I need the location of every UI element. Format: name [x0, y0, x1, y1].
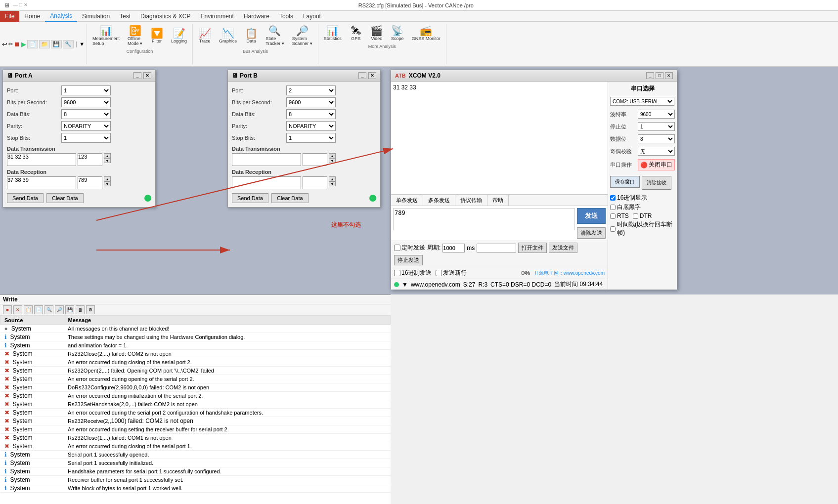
xcom-close[interactable]: ✕ — [665, 72, 673, 79]
xcom-dtr-label[interactable]: DTR — [633, 212, 652, 219]
port-a-reception-extra[interactable]: 789 — [78, 176, 102, 189]
tb-btn4[interactable]: 🔧 — [63, 40, 74, 48]
port-a-rx-up[interactable]: ▲ — [104, 176, 111, 181]
cut-icon[interactable]: ✂ — [8, 41, 13, 47]
xcom-hex-send-label[interactable]: 16进制发送 — [394, 269, 432, 277]
port-b-rx-down[interactable]: ▼ — [329, 181, 336, 186]
write-filter2-icon[interactable]: 🔎 — [55, 305, 64, 314]
port-a-stopbits-select[interactable]: 1 — [61, 133, 111, 143]
xcom-newline-label[interactable]: 发送新行 — [436, 269, 467, 277]
xcom-timed-send-label[interactable]: 定时发送 — [394, 244, 425, 252]
port-b-transmission-input[interactable] — [232, 153, 301, 166]
port-a-databits-select[interactable]: 8 — [61, 109, 111, 119]
gps-btn[interactable]: 🛰 GPS — [346, 24, 366, 43]
port-a-parity-select[interactable]: NOPARITY — [61, 121, 111, 131]
menu-tools[interactable]: Tools — [274, 11, 298, 22]
start-icon[interactable]: ▶ — [21, 41, 26, 48]
port-a-reception-input[interactable]: 37 38 39 — [7, 176, 76, 189]
xcom-send-file-btn[interactable]: 发送文件 — [549, 243, 577, 253]
port-b-reception-extra[interactable] — [303, 176, 327, 189]
xcom-timed-send-checkbox[interactable] — [394, 245, 400, 251]
xcom-tab-protocol[interactable]: 协议传输 — [455, 195, 487, 206]
write-export-icon[interactable]: 💾 — [65, 305, 74, 314]
gnss-monitor-btn[interactable]: 📻 GNSS Monitor — [408, 24, 444, 43]
xcom-restore[interactable]: □ — [656, 72, 663, 79]
undo-icon[interactable]: ↩ — [2, 41, 7, 48]
port-a-rx-down[interactable]: ▼ — [104, 181, 111, 186]
menu-analysis[interactable]: Analysis — [45, 11, 77, 22]
port-a-send-btn[interactable]: Send Data — [7, 193, 44, 203]
offline-mode-btn[interactable]: 📴 OfflineMode ▾ — [124, 24, 146, 48]
xcom-send-input[interactable]: 789 — [393, 208, 575, 230]
port-a-port-select[interactable]: 1 — [61, 85, 111, 95]
data-btn[interactable]: 📋 Data — [241, 26, 261, 45]
port-b-transmission-extra[interactable] — [303, 153, 327, 166]
port-b-databits-select[interactable]: 8 — [286, 109, 336, 119]
xcom-timestamp-checkbox[interactable] — [610, 226, 616, 232]
xcom-clear-send-btn[interactable]: 清除发送 — [577, 227, 606, 239]
statistics-btn[interactable]: 📊 Statistics — [320, 24, 345, 43]
port-a-titlebar[interactable]: 🖥 Port A _ ✕ — [3, 70, 155, 82]
xcom-period-input[interactable] — [442, 244, 465, 252]
xcom-send-btn[interactable]: 发送 — [577, 208, 606, 224]
xcom-open-file-btn[interactable]: 打开文件 — [518, 243, 547, 253]
port-b-reception-input[interactable] — [232, 176, 301, 189]
logging-btn[interactable]: 📝 Logging — [168, 26, 190, 45]
xcom-stop-select[interactable]: 1 — [638, 122, 675, 131]
menu-home[interactable]: Home — [19, 11, 45, 22]
xcom-minimize[interactable]: _ — [646, 72, 654, 79]
port-b-close[interactable]: ✕ — [368, 72, 376, 79]
system-scanner-btn[interactable]: 🔎 SystemScanner ▾ — [289, 24, 316, 48]
menu-hardware[interactable]: Hardware — [239, 11, 274, 22]
port-b-parity-select[interactable]: NOPARITY — [286, 121, 336, 131]
port-a-transmission-extra[interactable]: 123 — [78, 153, 102, 166]
write-settings-icon[interactable]: ⚙ — [86, 305, 95, 314]
port-b-rx-up[interactable]: ▲ — [329, 176, 336, 181]
menu-test[interactable]: Test — [115, 11, 135, 22]
xcom-hex-send-checkbox[interactable] — [394, 270, 400, 276]
port-b-send-btn[interactable]: Send Data — [232, 193, 268, 203]
tb-btn3[interactable]: 💾 — [51, 40, 62, 48]
menu-file[interactable]: File — [0, 11, 19, 22]
write-copy-icon[interactable]: 📋 — [24, 305, 33, 314]
measurement-setup-btn[interactable]: 📊 MeasurementSetup — [89, 24, 123, 48]
menu-layout[interactable]: Layout — [298, 11, 326, 22]
xcom-tab-multi[interactable]: 多条发送 — [423, 195, 455, 206]
xcom-hex-display-label[interactable]: 16进制显示 — [610, 194, 675, 202]
xcom-tab-single[interactable]: 单条发送 — [391, 195, 423, 206]
port-a-tx-down[interactable]: ▼ — [104, 158, 111, 163]
write-paste-icon[interactable]: 📄 — [34, 305, 43, 314]
port-b-tx-down[interactable]: ▼ — [329, 158, 336, 163]
port-b-bps-select[interactable]: 9600 — [286, 97, 336, 107]
xcom-white-bg-checkbox[interactable] — [610, 205, 616, 210]
port-b-minimize[interactable]: _ — [358, 72, 366, 79]
xcom-stop-send-btn[interactable]: 停止发送 — [394, 255, 423, 265]
menu-diagnostics[interactable]: Diagnostics & XCP — [135, 11, 195, 22]
filter-btn[interactable]: 🔽 Filter — [147, 26, 167, 45]
xcom-dtr-checkbox[interactable] — [633, 213, 638, 219]
xcom-rts-label[interactable]: RTS — [610, 212, 629, 219]
port-a-tx-up[interactable]: ▲ — [104, 153, 111, 158]
xcom-newline-checkbox[interactable] — [436, 270, 442, 276]
port-b-stopbits-select[interactable]: 1 — [286, 133, 336, 143]
write-filter1-icon[interactable]: 🔍 — [44, 305, 53, 314]
state-tracker-btn[interactable]: 🔍 StateTracker ▾ — [262, 24, 288, 48]
scope-btn[interactable]: 📡 Scope — [388, 24, 407, 43]
write-clear-icon[interactable]: 🗑 — [76, 305, 85, 314]
xcom-rts-checkbox[interactable] — [610, 213, 616, 219]
port-a-transmission-input[interactable]: 31 32 33 — [7, 153, 76, 166]
menu-simulation[interactable]: Simulation — [77, 11, 115, 22]
video-btn[interactable]: 🎬 Video — [367, 24, 387, 43]
xcom-save-window-btn[interactable]: 保存窗口 — [610, 176, 640, 188]
port-b-titlebar[interactable]: 🖥 Port B _ ✕ — [228, 70, 380, 82]
xcom-parity-select[interactable]: 无 — [638, 147, 675, 156]
xcom-titlebar[interactable]: ATB XCOM V2.0 _ □ ✕ — [391, 70, 677, 82]
tb-btn2[interactable]: 📁 — [39, 40, 50, 48]
port-a-bps-select[interactable]: 9600 — [61, 97, 111, 107]
menu-environment[interactable]: Environment — [195, 11, 238, 22]
port-a-clear-btn[interactable]: Clear Data — [46, 193, 84, 203]
stop-icon[interactable]: ⏹ — [14, 41, 20, 48]
xcom-clear-recv-btn[interactable]: 清除接收 — [642, 176, 671, 190]
xcom-white-bg-label[interactable]: 白底黑字 — [610, 203, 675, 211]
port-a-close[interactable]: ✕ — [143, 72, 151, 79]
